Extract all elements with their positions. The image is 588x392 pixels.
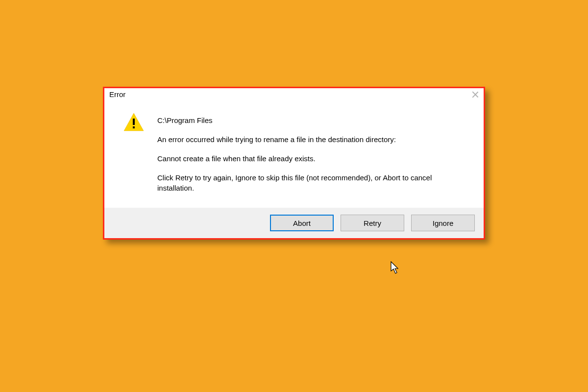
- dialog-content: C:\Program Files An error occurred while…: [104, 101, 484, 208]
- message-line2: Cannot create a file when that file alre…: [157, 153, 469, 164]
- warning-icon: [123, 112, 145, 193]
- mouse-cursor-icon: [391, 261, 400, 275]
- dialog-title: Error: [109, 90, 125, 98]
- retry-button[interactable]: Retry: [341, 215, 404, 231]
- ignore-button[interactable]: Ignore: [411, 215, 475, 231]
- close-icon[interactable]: [472, 91, 479, 98]
- dialog-message: C:\Program Files An error occurred while…: [157, 115, 469, 193]
- message-path: C:\Program Files: [157, 115, 469, 125]
- message-line1: An error occurred while trying to rename…: [157, 134, 469, 145]
- button-bar: Abort Retry Ignore: [104, 208, 484, 238]
- titlebar: Error: [104, 88, 484, 101]
- abort-button[interactable]: Abort: [270, 215, 334, 231]
- svg-rect-2: [133, 126, 135, 128]
- message-line3: Click Retry to try again, Ignore to skip…: [157, 172, 469, 193]
- dialog-frame: Error C:\Program Files An error occurred…: [103, 87, 485, 240]
- error-dialog: Error C:\Program Files An error occurred…: [103, 87, 485, 240]
- svg-rect-1: [133, 119, 135, 125]
